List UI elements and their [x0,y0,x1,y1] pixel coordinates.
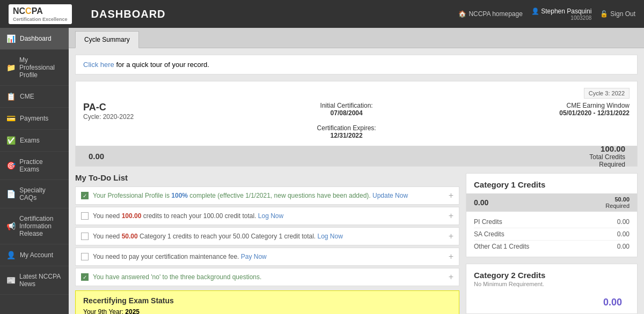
cycle-dates: Initial Certification: 07/08/2004 Certif… [317,102,376,139]
header-nav: 🏠 NCCPA homepage 👤 Stephen Pasquini 1003… [458,8,635,21]
cycle-card: Cycle 3: 2022 PA-C Cycle: 2020-2022 Init… [75,81,638,167]
cycle-subtitle: Cycle: 2020-2022 [83,113,134,121]
sidebar-item-cert-release[interactable]: 📢 Certification Information Release [0,208,69,244]
sidebar-item-specialty-caqs[interactable]: 📄 Specialty CAQs [0,180,69,208]
log-now-link-2[interactable]: Log Now [318,233,343,240]
sign-out-link[interactable]: 🔓 Sign Out [600,10,635,18]
cat1-title: Category 1 Credits [474,180,630,189]
sidebar-item-payments[interactable]: 💳 Payments [0,108,69,130]
todo-expand-2[interactable]: + [449,211,453,221]
cat1-progress-value: 0.00 [474,198,488,207]
specialty-icon: 📄 [6,190,15,198]
cat2-title: Category 2 Credits [474,271,630,280]
cycle-title: PA-C [83,102,134,113]
log-now-link-1[interactable]: Log Now [258,212,283,220]
todo-checkbox-1[interactable]: ✓ [81,192,89,199]
todo-text-4: You need to pay your certification maint… [93,253,267,260]
todo-item: You need to pay your certification maint… [75,248,459,266]
quick-tour-link[interactable]: Click here [83,61,114,69]
sidebar-item-exams[interactable]: ✅ Exams [0,130,69,152]
sidebar-item-label: My Professional Profile [19,56,62,79]
todo-checkbox-4[interactable] [81,253,89,260]
todo-expand-5[interactable]: + [449,272,453,282]
sidebar-item-news[interactable]: 📰 Latest NCCPA News [0,266,69,295]
sidebar-item-account[interactable]: 👤 My Account [0,244,69,266]
cat2-subtitle: No Minimum Requirement. [474,281,630,287]
sidebar-item-label: Latest NCCPA News [19,273,62,288]
sidebar-item-practice-exams[interactable]: 🎯 Practice Exams [0,152,69,180]
todo-item: ✓ You have answered 'no' to the three ba… [75,268,459,286]
todo-text-3: You need 50.00 Category 1 credits to rea… [93,233,343,240]
sidebar-item-label: My Account [20,251,53,259]
news-icon: 📰 [6,276,15,285]
year9-label: Your 9th Year: 2025 [83,308,140,314]
cycle-progress-bar: 0.00 100.00 Total CreditsRequired [76,146,637,166]
sidebar-item-cme[interactable]: 📋 CME [0,86,69,108]
todo-item: You need 100.00 credits to reach your 10… [75,207,459,225]
sidebar-item-label: Specialty CAQs [19,186,62,201]
category2-card: Category 2 Credits No Minimum Requiremen… [466,264,638,314]
nccpa-homepage-link[interactable]: 🏠 NCCPA homepage [458,10,523,18]
todo-expand-1[interactable]: + [449,191,453,200]
sidebar-item-label: CME [20,93,34,100]
dashboard-icon: 📊 [6,34,16,43]
signout-icon: 🔓 [600,10,608,18]
sidebar-item-label: Exams [20,137,40,144]
home-icon: 🏠 [458,10,466,18]
sidebar-item-label: Payments [20,115,48,122]
top-header: NCCPA Certification Excellence DASHBOARD… [0,0,644,28]
other-cat1-row: Other Cat 1 Credits 0.00 [474,241,630,252]
payments-icon: 💳 [6,114,16,123]
sidebar-item-dashboard[interactable]: 📊 Dashboard [0,28,69,50]
account-icon: 👤 [6,251,16,259]
page-title: DASHBOARD [91,8,166,20]
alert-banner: Click here for a quick tour of your reco… [75,55,638,74]
user-info: 👤 Stephen Pasquini 1003208 [531,8,591,21]
person-icon: 👤 [531,8,539,15]
sidebar-item-profile[interactable]: 📁 My Professional Profile [0,50,69,86]
update-now-link[interactable]: Update Now [372,192,408,199]
todo-text-5: You have answered 'no' to the three back… [93,273,261,281]
todo-title: My To-Do List [75,173,459,182]
todo-text-2: You need 100.00 credits to reach your 10… [93,212,283,220]
todo-expand-3[interactable]: + [449,231,453,241]
sidebar-item-label: Dashboard [20,35,52,42]
todo-expand-4[interactable]: + [449,252,453,261]
cme-icon: 📋 [6,92,16,101]
cert-icon: 📢 [6,222,15,230]
category1-card: Category 1 Credits 0.00 50.00 Required P… [466,173,638,257]
profile-icon: 📁 [6,63,15,72]
exam-status-title: Recertifying Exam Status [83,296,451,305]
todo-item: You need 50.00 Category 1 credits to rea… [75,227,459,245]
logo: NCCPA Certification Excellence [9,4,72,24]
main-content: Cycle Summary Click here for a quick tou… [69,28,644,314]
sidebar: 📊 Dashboard 📁 My Professional Profile 📋 … [0,28,69,314]
tab-cycle-summary[interactable]: Cycle Summary [75,31,139,48]
practice-icon: 🎯 [6,161,15,170]
pi-credits-row: PI Credits 0.00 [474,216,630,228]
tab-bar: Cycle Summary [69,28,644,48]
sidebar-item-label: Practice Exams [19,158,62,173]
pay-now-link[interactable]: Pay Now [241,253,267,260]
cat1-required: 50.00 Required [605,196,630,209]
todo-item: ✓ Your Professional Profile is 100% comp… [75,186,459,205]
sa-credits-row: SA Credits 0.00 [474,228,630,241]
todo-checkbox-5[interactable]: ✓ [81,273,89,281]
exam-status-box: Recertifying Exam Status Your 9th Year: … [75,290,459,314]
sidebar-item-label: Certification Information Release [19,215,62,237]
progress-value: 0.00 [83,152,109,161]
cat2-value: 0.00 [474,291,630,313]
todo-checkbox-3[interactable] [81,233,89,240]
exams-icon: ✅ [6,136,16,145]
cme-window: CME Earning Window 05/01/2020 - 12/31/20… [559,102,630,117]
progress-required: 100.00 Total CreditsRequired [589,144,630,168]
cat1-rows: PI Credits 0.00 SA Credits 0.00 Other Ca… [474,212,630,257]
todo-checkbox-2[interactable] [81,212,89,220]
todo-text-1: Your Professional Profile is 100% comple… [93,192,408,199]
cycle-badge: Cycle 3: 2022 [584,88,630,99]
